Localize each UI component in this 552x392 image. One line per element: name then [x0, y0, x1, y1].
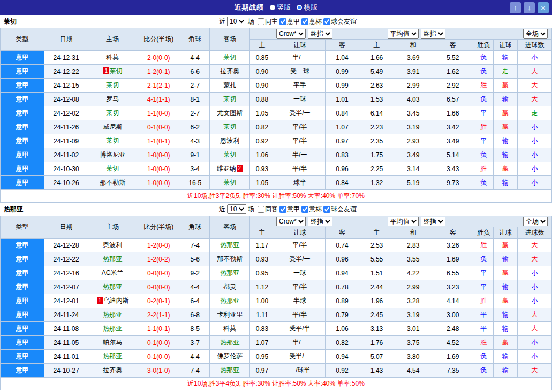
home-team-link[interactable]: 莱切 — [106, 165, 119, 172]
filter-checkbox-wrapper[interactable]: 同主 — [258, 17, 278, 26]
league-cell[interactable]: 意甲 — [1, 336, 44, 350]
layout-option-horizontal[interactable]: 横版 — [297, 3, 318, 12]
handicap-result-cell: 输 — [493, 93, 517, 106]
scope-select[interactable]: 全场 — [523, 217, 548, 226]
home-team-link[interactable]: 那不勒斯 — [100, 179, 125, 186]
league-cell[interactable]: 意甲 — [1, 239, 44, 252]
home-team-link[interactable]: 罗马 — [106, 95, 119, 103]
away-team-link[interactable]: 那不勒斯 — [217, 255, 243, 263]
filter-checkbox[interactable] — [323, 18, 330, 25]
league-cell[interactable]: 意甲 — [1, 294, 44, 308]
close-icon[interactable]: × — [538, 2, 549, 13]
away-team-link[interactable]: 尤文图斯 — [217, 109, 243, 117]
away-team-link[interactable]: 拉齐奥 — [220, 67, 239, 75]
home-team-link[interactable]: 莱切 — [106, 81, 119, 89]
average-select[interactable]: 平均值 — [388, 29, 419, 39]
away-team-link[interactable]: 都灵 — [223, 283, 236, 290]
layout-option-vertical[interactable]: 竖版 — [270, 3, 291, 12]
asian-odds-cell: 0.97 — [250, 364, 274, 378]
match-count-select[interactable]: 10 — [227, 204, 246, 214]
euro-stage-select[interactable]: 终指 — [421, 29, 445, 39]
league-cell[interactable]: 意甲 — [1, 65, 44, 79]
filter-checkbox-wrapper[interactable]: 同客 — [258, 205, 278, 214]
euro-stage-select[interactable]: 终指 — [421, 217, 445, 226]
league-cell[interactable]: 意甲 — [1, 79, 44, 93]
home-team-link[interactable]: 莱切 — [106, 109, 119, 117]
goals-result-cell: 小 — [517, 266, 551, 280]
filter-checkbox-wrapper[interactable]: 意甲 — [279, 205, 300, 214]
scope-select[interactable]: 全场 — [523, 29, 548, 39]
asian-stage-select[interactable]: 终指 — [308, 217, 332, 226]
home-team-link[interactable]: AC米兰 — [102, 269, 124, 276]
filter-checkbox-wrapper[interactable]: 球会友谊 — [323, 205, 357, 214]
league-cell[interactable]: 意甲 — [1, 252, 44, 266]
filter-checkbox[interactable] — [279, 18, 286, 25]
home-team-link[interactable]: 博洛尼亚 — [100, 151, 125, 158]
away-team-link[interactable]: 卡利亚里 — [217, 311, 243, 318]
page-title: 近期战绩 — [235, 3, 264, 12]
filter-checkbox[interactable] — [258, 18, 264, 25]
away-team-link[interactable]: 热那亚 — [220, 339, 239, 346]
asian-stage-select[interactable]: 终指 — [308, 29, 332, 39]
home-team-link[interactable]: 威尼斯 — [103, 123, 122, 130]
home-team-link[interactable]: 热那亚 — [103, 311, 122, 318]
away-team-link[interactable]: 莱切 — [223, 95, 236, 103]
league-cell[interactable]: 意甲 — [1, 51, 44, 65]
league-cell[interactable]: 意甲 — [1, 134, 44, 148]
home-team-link[interactable]: 科莫 — [106, 53, 119, 61]
away-team-link[interactable]: 莱切 — [223, 179, 236, 186]
filter-checkbox[interactable] — [301, 18, 308, 25]
league-cell[interactable]: 意甲 — [1, 148, 44, 162]
average-select[interactable]: 平均值 — [388, 217, 419, 226]
match-count-select[interactable]: 10 — [227, 17, 246, 26]
filter-checkbox[interactable] — [301, 206, 308, 213]
away-team-link[interactable]: 维罗纳 — [217, 165, 236, 172]
league-cell[interactable]: 意甲 — [1, 350, 44, 364]
away-team-link[interactable]: 莱切 — [223, 151, 236, 158]
scroll-down-button[interactable]: ↓ — [524, 2, 535, 13]
home-team-link[interactable]: 拉齐奥 — [103, 366, 122, 374]
away-team-link[interactable]: 恩波利 — [220, 137, 239, 144]
scroll-up-button[interactable]: ↑ — [510, 2, 521, 13]
home-team-link[interactable]: 热那亚 — [103, 283, 122, 290]
league-cell[interactable]: 意甲 — [1, 176, 44, 190]
home-team-link[interactable]: 帕尔马 — [103, 339, 122, 346]
filter-checkbox[interactable] — [258, 206, 264, 213]
league-cell[interactable]: 意甲 — [1, 364, 44, 378]
home-team-link[interactable]: 热那亚 — [103, 255, 122, 263]
wdl-result-cell: 平 — [474, 322, 493, 336]
home-team-link[interactable]: 乌迪内斯 — [103, 297, 129, 304]
league-cell[interactable]: 意甲 — [1, 93, 44, 106]
home-team-link[interactable]: 恩波利 — [103, 241, 122, 249]
away-team-link[interactable]: 莱切 — [223, 123, 236, 130]
league-cell[interactable]: 意甲 — [1, 280, 44, 294]
filter-checkbox[interactable] — [323, 206, 330, 213]
home-team-link[interactable]: 热那亚 — [103, 352, 122, 360]
bookmaker-select[interactable]: Crow* — [276, 217, 306, 226]
away-team-link[interactable]: 热那亚 — [220, 297, 239, 304]
league-cell[interactable]: 意甲 — [1, 266, 44, 280]
home-team-link[interactable]: 莱切 — [106, 137, 119, 144]
filter-checkbox-wrapper[interactable]: 球会友谊 — [323, 17, 357, 26]
league-cell[interactable]: 意甲 — [1, 322, 44, 336]
filter-checkbox-wrapper[interactable]: 意甲 — [279, 17, 300, 26]
home-team-link[interactable]: 莱切 — [110, 67, 123, 75]
away-team-link[interactable]: 蒙扎 — [223, 81, 236, 89]
away-team-link[interactable]: 热那亚 — [220, 366, 239, 374]
filter-checkbox-wrapper[interactable]: 意杯 — [301, 205, 322, 214]
asian-odds-cell: 平/半 — [274, 308, 326, 322]
league-cell[interactable]: 意甲 — [1, 106, 44, 120]
away-team-link[interactable]: 佛罗伦萨 — [217, 352, 243, 360]
league-cell[interactable]: 意甲 — [1, 162, 44, 176]
league-cell[interactable]: 意甲 — [1, 308, 44, 322]
league-cell[interactable]: 意甲 — [1, 120, 44, 134]
away-team-link[interactable]: 莱切 — [223, 53, 236, 61]
filter-checkbox-wrapper[interactable]: 意杯 — [301, 17, 322, 26]
away-team-link[interactable]: 热那亚 — [220, 241, 239, 249]
bookmaker-select[interactable]: Crow* — [276, 29, 306, 39]
filter-checkbox[interactable] — [279, 206, 286, 213]
away-team-link[interactable]: 科莫 — [223, 325, 236, 332]
match-row: 意甲24-11-08热那亚1-1(0-1)8-5科莫0.83受平/半1.063.… — [1, 322, 552, 336]
away-team-link[interactable]: 热那亚 — [220, 269, 239, 276]
home-team-link[interactable]: 热那亚 — [103, 325, 122, 332]
